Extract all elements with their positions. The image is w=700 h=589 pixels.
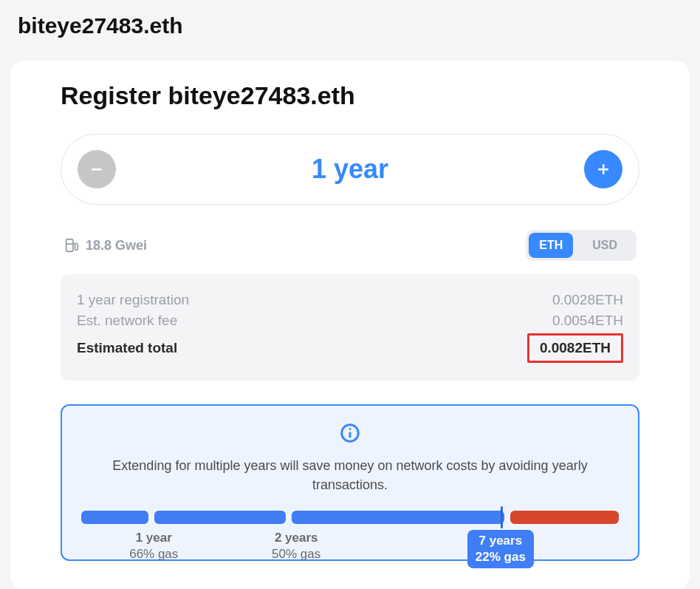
gas-price-value: 18.8 Gwei xyxy=(86,238,147,253)
bar-label-2yr: 2 years 50% gas xyxy=(263,530,329,562)
currency-eth[interactable]: ETH xyxy=(529,233,573,258)
year-stepper: 1 year xyxy=(61,134,639,205)
svg-rect-0 xyxy=(92,168,102,171)
minus-icon xyxy=(88,160,106,178)
bar-label-years: 1 year xyxy=(120,530,187,546)
decrement-button[interactable] xyxy=(78,150,116,188)
bar-seg-3 xyxy=(292,511,504,524)
price-row-registration: 1 year registration 0.0028ETH xyxy=(77,292,623,308)
currency-usd[interactable]: USD xyxy=(582,233,628,258)
svg-rect-2 xyxy=(603,164,605,174)
bar-seg-2 xyxy=(154,511,286,524)
bar-seg-1 xyxy=(81,511,148,524)
register-card: Register biteye27483.eth 1 year 18.8 Gwe… xyxy=(10,61,690,589)
gas-row: 18.8 Gwei ETH USD xyxy=(61,230,639,261)
increment-button[interactable] xyxy=(584,150,622,188)
savings-bar[interactable] xyxy=(81,511,619,524)
price-value: 0.0054ETH xyxy=(552,313,623,329)
register-heading: Register biteye27483.eth xyxy=(61,81,639,110)
price-row-total: Estimated total 0.0082ETH xyxy=(77,333,623,363)
bar-seg-remaining xyxy=(510,511,619,524)
price-total-value: 0.0082ETH xyxy=(527,333,623,363)
price-label: Est. network fee xyxy=(77,313,177,329)
bar-label-gas: 50% gas xyxy=(263,546,329,562)
gas-pump-icon xyxy=(64,237,80,253)
plus-icon xyxy=(594,160,612,178)
year-value: 1 year xyxy=(312,154,388,185)
currency-toggle: ETH USD xyxy=(526,230,636,261)
info-icon xyxy=(81,422,619,447)
info-text: Extending for multiple years will save m… xyxy=(92,456,608,494)
bar-label-years: 2 years xyxy=(263,530,329,546)
page-title: biteye27483.eth xyxy=(0,0,700,46)
price-row-network-fee: Est. network fee 0.0054ETH xyxy=(77,313,623,329)
bar-label-years: 7 years xyxy=(475,533,526,549)
svg-rect-3 xyxy=(66,239,73,252)
price-total-label: Estimated total xyxy=(77,340,177,356)
bar-label-7yr: 7 years 22% gas xyxy=(467,530,534,568)
price-value: 0.0028ETH xyxy=(552,292,623,308)
bar-label-gas: 66% gas xyxy=(120,546,187,562)
savings-needle[interactable] xyxy=(501,506,503,528)
gas-price: 18.8 Gwei xyxy=(64,237,147,253)
price-box: 1 year registration 0.0028ETH Est. netwo… xyxy=(61,274,639,381)
bar-label-1yr: 1 year 66% gas xyxy=(120,530,187,562)
svg-point-6 xyxy=(349,428,351,430)
price-label: 1 year registration xyxy=(77,292,189,308)
multi-year-info: Extending for multiple years will save m… xyxy=(61,404,639,561)
bar-label-gas: 22% gas xyxy=(475,549,526,565)
